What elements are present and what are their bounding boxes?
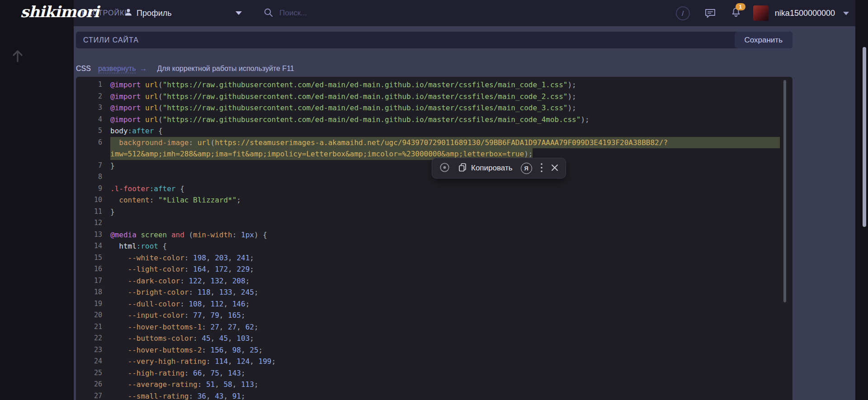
shortcut-slash: / (682, 9, 684, 17)
code-line: 3@import url("https://raw.githubusercont… (81, 102, 780, 114)
search-icon (264, 8, 273, 19)
copy-icon (458, 163, 467, 174)
user-menu-chevron-icon[interactable] (843, 9, 849, 17)
username[interactable]: nika1500000000 (775, 9, 835, 18)
expand-arrow-icon: → (139, 64, 147, 73)
code-line: 21 --hover-bottoms-1: 27, 27, 62; (81, 321, 780, 333)
person-icon (124, 8, 132, 18)
code-line: 25 --high-rating: 66, 75, 143; (81, 367, 780, 379)
arrow-up-icon (11, 58, 24, 65)
editor-scrollbar[interactable] (783, 80, 786, 302)
code-line: 16 --light-color: 164, 172, 229; (81, 264, 780, 275)
top-navbar: НАСТРОЙКИ Профиль / (74, 0, 855, 26)
page: shikimori НАСТРОЙКИ Профиль (0, 0, 868, 400)
navbar-right-group: / 1 nika1500000000 (676, 0, 849, 26)
code-line: 27 --small-rating: 36, 43, 91; (81, 391, 780, 400)
search-input[interactable] (278, 8, 416, 18)
code-line: imw=512&amp;imh=288&amp;ima=fit&amp;impo… (81, 148, 780, 160)
code-line: 20 --input-color: 77, 79, 165; (81, 310, 780, 321)
code-lines: 1@import url("https://raw.githubusercont… (76, 77, 793, 400)
assistant-button[interactable] (439, 162, 450, 174)
keyboard-shortcut-hint: / (676, 6, 690, 20)
code-line: 26 --average-rating: 51, 58, 113; (81, 379, 780, 391)
code-line: 2@import url("https://raw.githubusercont… (81, 91, 780, 103)
code-line: 14 html:root { (81, 240, 780, 252)
page-title: СТИЛИ САЙТА (76, 36, 139, 44)
code-line: 4@import url("https://raw.githubusercont… (81, 114, 780, 126)
content-area: НАСТРОЙКИ Профиль / (74, 0, 855, 400)
yandex-search-button[interactable]: Я (521, 163, 532, 174)
alice-icon (439, 162, 450, 174)
code-line: 5body:after { (81, 125, 780, 137)
code-line: 9.l-footer:after { (81, 183, 780, 195)
site-logo[interactable]: shikimori (20, 3, 99, 21)
scroll-to-top-button[interactable] (9, 47, 26, 66)
page-scrollbar[interactable] (863, 47, 866, 227)
code-line: 11} (81, 206, 780, 218)
search-box[interactable] (264, 0, 416, 26)
code-line: 13@media screen and (min-width: 1px) { (81, 229, 780, 241)
main-panel: СТИЛИ САЙТА Сохранить CSS развернуть → Д… (76, 26, 793, 400)
fullscreen-hint: Для корректной работы используйте F11 (157, 65, 294, 73)
more-options-button[interactable] (540, 163, 543, 174)
code-line: 19 --dull-color: 108, 112, 146; (81, 298, 780, 310)
profile-dropdown-label: Профиль (137, 9, 172, 18)
copy-button-label: Копировать (471, 164, 513, 173)
save-button[interactable]: Сохранить (735, 32, 793, 48)
close-popup-button[interactable] (551, 164, 558, 173)
code-line: 12 (81, 217, 780, 229)
code-line: 24 --very-high-rating: 114, 124, 199; (81, 356, 780, 367)
code-line: 10 content: "*Lilac Blizzard*"; (81, 194, 780, 206)
notification-badge: 1 (736, 3, 745, 10)
profile-dropdown[interactable]: Профиль (124, 0, 242, 26)
chevron-down-icon (236, 9, 242, 17)
expand-link[interactable]: развернуть (98, 65, 136, 73)
code-line: 7} (81, 160, 780, 172)
close-icon (551, 164, 558, 173)
css-label: CSS (76, 65, 91, 73)
css-editor[interactable]: 1@import url("https://raw.githubusercont… (76, 77, 793, 400)
code-line: 18 --bright-color: 118, 133, 245; (81, 287, 780, 298)
messages-icon[interactable] (704, 8, 716, 19)
notifications-button[interactable]: 1 (731, 7, 741, 20)
code-line: 1@import url("https://raw.githubusercont… (81, 79, 780, 91)
code-line: 23 --hover-buttoms-2: 156, 98, 25; (81, 344, 780, 356)
copy-button[interactable]: Копировать (458, 163, 513, 174)
code-line: 8 (81, 171, 780, 183)
avatar[interactable] (753, 5, 769, 21)
code-line: 6 background-image: url(https://steamuse… (81, 137, 780, 149)
page-header: СТИЛИ САЙТА Сохранить (76, 32, 793, 48)
code-line: 22 --buttoms-color: 45, 45, 103; (81, 333, 780, 344)
code-line: 17 --dark-color: 122, 132, 208; (81, 275, 780, 287)
selection-popup: Копировать Я (432, 158, 566, 179)
css-toolbar: CSS развернуть → Для корректной работы и… (76, 64, 793, 73)
code-line: 15 --white-color: 198, 203, 241; (81, 252, 780, 264)
yandex-letter: Я (524, 165, 528, 172)
kebab-menu-icon (540, 163, 543, 174)
yandex-icon: Я (521, 163, 532, 174)
